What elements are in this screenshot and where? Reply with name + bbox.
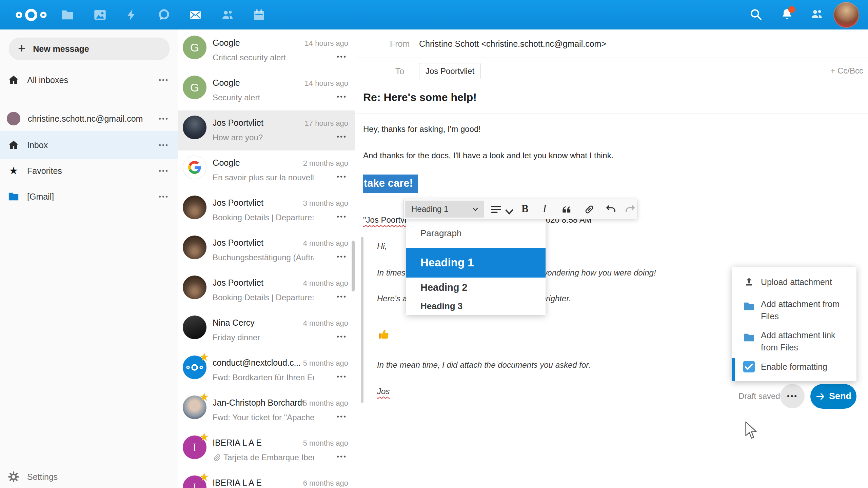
add-attachment-from-files-item[interactable]: Add attachment from Files — [732, 298, 856, 322]
list-item-selected[interactable]: Jos Poortvliet 17 hours ago How are you?… — [178, 110, 356, 150]
list-item[interactable]: Google 2 months ago En savoir plus sur l… — [178, 150, 356, 190]
list-item[interactable]: Jos Poortvliet 4 months ago Buchungsbest… — [178, 230, 356, 270]
dropdown-option-heading2[interactable]: Heading 2 — [406, 278, 546, 297]
sidebar-item-account[interactable]: christine.schott.nc@gmail.com ••• — [0, 108, 178, 129]
align-chevron-icon[interactable] — [504, 206, 510, 217]
list-item[interactable]: Jos Poortvliet 4 months ago Booking Deta… — [178, 270, 356, 310]
dropdown-option-heading3[interactable]: Heading 3 — [406, 297, 546, 315]
photos-app-icon[interactable] — [93, 8, 107, 22]
star-icon: ★ — [7, 165, 20, 177]
nextcloud-logo-icon[interactable] — [15, 6, 47, 25]
user-avatar[interactable] — [833, 2, 859, 28]
attachment-paperclip-icon — [213, 453, 221, 464]
avatar-google-logo — [183, 156, 206, 179]
toolbar-pointer — [426, 195, 434, 199]
contacts-app-icon[interactable] — [221, 8, 234, 22]
attachment-menu: Upload attachment Add attachment from Fi… — [732, 267, 856, 381]
gear-icon — [7, 471, 20, 483]
list-item[interactable]: I ★ IBERIA L A E 5 months ago Tarjeta de… — [178, 430, 356, 470]
recipient-chip[interactable]: Jos Poortvliet — [419, 63, 481, 79]
sidebar-item-inbox[interactable]: Inbox ••• — [0, 131, 178, 159]
list-item[interactable]: Nina Cercy 4 months ago Friday dinner ••… — [178, 310, 356, 350]
plus-icon: + — [18, 41, 25, 56]
mail-app-icon[interactable] — [189, 8, 202, 22]
message-actions-icon[interactable]: ••• — [337, 93, 347, 101]
enable-formatting-item[interactable]: Enable formatting — [732, 361, 856, 372]
body-paragraph[interactable]: Hey, thanks for asking, I'm good! — [363, 124, 481, 134]
link-button[interactable] — [584, 204, 595, 215]
quote-line-fragment: In times — [377, 268, 406, 278]
body-paragraph[interactable]: And thanks for the docs, I'll have a loo… — [363, 151, 613, 160]
list-item[interactable]: ★ conduct@nextcloud.c... 5 months ago Fw… — [178, 350, 356, 390]
folder-actions-icon[interactable]: ••• — [159, 167, 169, 175]
sidebar-item-favorites[interactable]: ★ Favorites ••• — [0, 160, 178, 181]
list-item[interactable]: G Google 14 hours ago Critical security … — [178, 30, 356, 70]
home-icon — [7, 74, 20, 86]
active-item-indicator — [732, 358, 735, 381]
italic-button[interactable]: I — [543, 203, 554, 214]
new-message-button[interactable]: + New message — [9, 38, 170, 60]
folder-actions-icon[interactable]: ••• — [159, 76, 169, 84]
message-actions-icon[interactable]: ••• — [337, 373, 347, 381]
list-item[interactable]: Jos Poortvliet 3 months ago Booking Deta… — [178, 190, 356, 230]
redo-button[interactable] — [624, 204, 636, 215]
message-actions-icon[interactable]: ••• — [337, 133, 347, 141]
message-actions-icon[interactable]: ••• — [337, 53, 347, 61]
list-item[interactable]: G Google 14 hours ago Security alert ••• — [178, 70, 356, 110]
message-actions-icon[interactable]: ••• — [337, 413, 347, 421]
message-actions-icon[interactable]: ••• — [337, 453, 347, 461]
checkbox-checked-icon[interactable] — [743, 361, 755, 372]
talk-app-icon[interactable] — [157, 8, 171, 22]
to-label: To — [395, 66, 404, 76]
text-style-select[interactable]: Heading 1 — [405, 201, 484, 218]
dropdown-option-paragraph[interactable]: Paragraph — [406, 219, 546, 248]
files-app-icon[interactable] — [61, 8, 74, 22]
upload-attachment-item[interactable]: Upload attachment — [732, 276, 856, 288]
undo-button[interactable] — [605, 204, 617, 215]
message-actions-icon[interactable]: ••• — [337, 253, 347, 261]
activity-app-icon[interactable] — [125, 8, 138, 22]
nextcloud-mail-app: + New message All inboxes ••• christine.… — [0, 0, 868, 488]
align-button[interactable] — [490, 204, 502, 215]
settings-button[interactable]: Settings — [0, 466, 178, 488]
chevron-down-icon — [472, 205, 479, 213]
list-scrollbar[interactable] — [352, 241, 355, 291]
sidebar-item-gmail[interactable]: [Gmail] ••• — [0, 186, 178, 207]
list-item[interactable]: I ★ IBERIA L A E 6 months ago — [178, 470, 356, 488]
message-actions-icon[interactable]: ••• — [337, 173, 347, 181]
avatar: G — [183, 36, 206, 59]
favorite-star-icon: ★ — [199, 471, 209, 483]
upload-icon — [743, 276, 755, 288]
message-actions-icon[interactable]: ••• — [337, 213, 347, 221]
favorite-star-icon: ★ — [199, 391, 209, 403]
notifications-bell-icon[interactable] — [780, 7, 794, 22]
cc-bcc-button[interactable]: + Cc/Bcc — [830, 66, 863, 76]
folder-icon — [743, 332, 755, 343]
add-attachment-link-from-files-item[interactable]: Add attachment link from Files — [732, 329, 856, 353]
sidebar-item-all-inboxes[interactable]: All inboxes ••• — [0, 69, 178, 90]
quote-line-fragment: brighter. — [541, 294, 571, 303]
calendar-app-icon[interactable] — [252, 8, 266, 22]
home-icon — [7, 139, 20, 151]
quote-line: Hi, — [377, 242, 387, 251]
divider — [355, 58, 868, 58]
contacts-menu-icon[interactable] — [810, 7, 824, 22]
folder-actions-icon[interactable]: ••• — [159, 193, 169, 201]
bold-button[interactable]: B — [521, 203, 533, 214]
list-item[interactable]: ★ Jan-Christoph Borchardt 5 months ago F… — [178, 390, 356, 430]
search-icon[interactable] — [749, 7, 763, 22]
compose-more-options-button[interactable]: ••• — [780, 384, 805, 408]
subject-input[interactable]: Re: Here's some help! — [363, 91, 477, 104]
divider — [355, 114, 868, 114]
quote-header-fragment: "Jos Poortvli — [363, 215, 408, 225]
from-value[interactable]: Christine Schott <christine.schott.nc@gm… — [419, 39, 606, 49]
folder-actions-icon[interactable]: ••• — [159, 115, 169, 123]
selected-heading-text[interactable]: take care! — [363, 175, 418, 193]
blockquote-button[interactable] — [560, 204, 572, 215]
message-actions-icon[interactable]: ••• — [337, 293, 347, 301]
quote-signature: Jos — [377, 387, 390, 396]
send-button[interactable]: Send — [810, 384, 856, 409]
dropdown-option-heading1-selected[interactable]: Heading 1 — [406, 248, 546, 278]
folder-actions-icon[interactable]: ••• — [159, 141, 169, 149]
message-actions-icon[interactable]: ••• — [337, 333, 347, 341]
